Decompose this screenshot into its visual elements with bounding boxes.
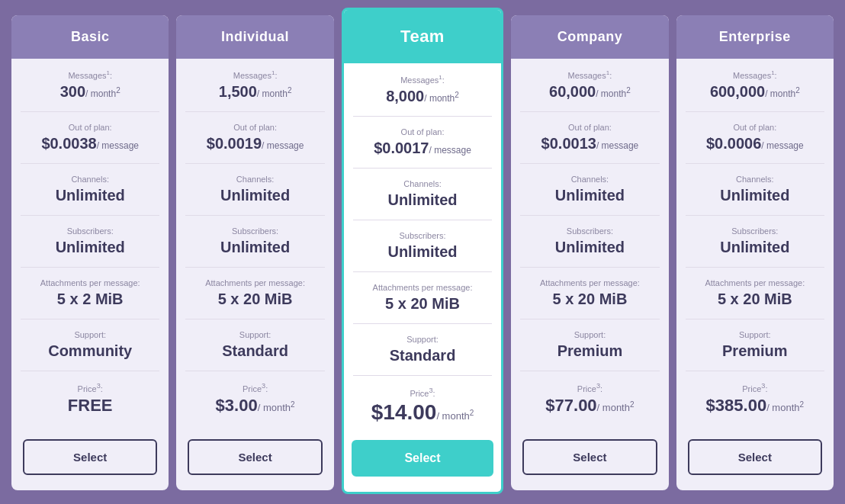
support-value-enterprise: Premium: [689, 342, 821, 360]
messages-value-company: 60,000/ month2: [524, 83, 655, 101]
select-button-team[interactable]: Select: [352, 440, 493, 477]
select-button-basic[interactable]: Select: [23, 439, 157, 475]
messages-label-company: Messages1:: [524, 69, 655, 80]
price-label-basic: Price3:: [24, 382, 156, 393]
outofplan-value-individual: $0.0019/ message: [189, 135, 320, 152]
price-section-team: Price3: $14.00/ month2: [353, 376, 492, 433]
channels-section-basic: Channels: Unlimited: [21, 164, 159, 216]
support-value-team: Standard: [357, 347, 488, 364]
plan-card-enterprise: Enterprise Messages1: 600,000/ month2 Ou…: [676, 15, 834, 490]
channels-section-team: Channels: Unlimited: [353, 169, 492, 220]
subscribers-label-individual: Subscribers:: [189, 226, 320, 236]
channels-section-individual: Channels: Unlimited: [185, 164, 324, 216]
outofplan-label-basic: Out of plan:: [24, 123, 156, 132]
subscribers-section-basic: Subscribers: Unlimited: [21, 216, 159, 268]
price-section-individual: Price3: $3.00/ month2: [185, 371, 324, 424]
subscribers-label-enterprise: Subscribers:: [689, 226, 821, 236]
outofplan-value-basic: $0.0038/ message: [24, 135, 156, 152]
outofplan-label-company: Out of plan:: [524, 123, 655, 132]
plan-body-company: Messages1: 60,000/ month2 Out of plan: $…: [511, 59, 668, 432]
channels-value-team: Unlimited: [357, 191, 488, 209]
plan-header-enterprise: Enterprise: [676, 15, 834, 59]
subscribers-value-team: Unlimited: [357, 243, 488, 261]
attachments-section-enterprise: Attachments per message: 5 x 20 MiB: [686, 268, 824, 319]
subscribers-label-team: Subscribers:: [357, 231, 488, 240]
attachments-value-company: 5 x 20 MiB: [524, 291, 655, 308]
price-value-individual: $3.00/ month2: [189, 396, 320, 416]
plan-body-team: Messages1: 8,000/ month2 Out of plan: $0…: [344, 63, 501, 432]
outofplan-label-individual: Out of plan:: [189, 123, 320, 132]
plan-body-basic: Messages1: 300/ month2 Out of plan: $0.0…: [11, 59, 169, 432]
support-label-individual: Support:: [189, 330, 320, 339]
subscribers-value-individual: Unlimited: [189, 239, 320, 256]
messages-section-individual: Messages1: 1,500/ month2: [185, 59, 324, 112]
select-button-individual[interactable]: Select: [188, 439, 322, 475]
subscribers-value-basic: Unlimited: [24, 239, 156, 256]
select-button-company[interactable]: Select: [522, 439, 657, 475]
support-section-team: Support: Standard: [353, 324, 492, 376]
support-section-basic: Support: Community: [21, 319, 159, 371]
attachments-label-enterprise: Attachments per message:: [689, 278, 821, 287]
channels-label-enterprise: Channels:: [689, 175, 821, 184]
channels-value-enterprise: Unlimited: [689, 187, 821, 204]
subscribers-section-enterprise: Subscribers: Unlimited: [686, 216, 824, 268]
plan-header-team: Team: [344, 10, 501, 63]
subscribers-section-company: Subscribers: Unlimited: [520, 216, 659, 268]
support-label-company: Support:: [524, 330, 655, 339]
messages-value-individual: 1,500/ month2: [189, 83, 320, 101]
outofplan-label-team: Out of plan:: [357, 127, 488, 136]
attachments-label-individual: Attachments per message:: [189, 278, 320, 287]
price-label-team: Price3:: [357, 387, 488, 398]
price-value-basic: FREE: [24, 396, 156, 416]
price-label-company: Price3:: [524, 382, 655, 393]
subscribers-section-team: Subscribers: Unlimited: [353, 220, 492, 272]
messages-value-team: 8,000/ month2: [357, 88, 488, 105]
subscribers-label-company: Subscribers:: [524, 226, 655, 236]
plan-body-individual: Messages1: 1,500/ month2 Out of plan: $0…: [176, 59, 333, 432]
messages-section-team: Messages1: 8,000/ month2: [353, 63, 492, 117]
price-section-enterprise: Price3: $385.00/ month2: [686, 371, 824, 424]
support-label-team: Support:: [357, 335, 488, 344]
support-label-enterprise: Support:: [689, 330, 821, 339]
channels-value-company: Unlimited: [524, 187, 655, 204]
messages-section-basic: Messages1: 300/ month2: [21, 59, 159, 112]
price-value-company: $77.00/ month2: [524, 396, 655, 416]
attachments-section-company: Attachments per message: 5 x 20 MiB: [520, 268, 659, 319]
plan-header-company: Company: [511, 15, 668, 59]
outofplan-label-enterprise: Out of plan:: [689, 123, 821, 132]
attachments-value-individual: 5 x 20 MiB: [189, 291, 320, 308]
messages-label-individual: Messages1:: [189, 69, 320, 80]
messages-section-enterprise: Messages1: 600,000/ month2: [686, 59, 824, 112]
subscribers-value-company: Unlimited: [524, 239, 655, 256]
plan-header-individual: Individual: [176, 15, 333, 59]
attachments-value-team: 5 x 20 MiB: [357, 295, 488, 313]
plan-card-team: Team Messages1: 8,000/ month2 Out of pla…: [342, 8, 503, 494]
attachments-label-company: Attachments per message:: [524, 278, 655, 287]
channels-label-team: Channels:: [357, 179, 488, 188]
outofplan-section-team: Out of plan: $0.0017/ message: [353, 117, 492, 169]
price-label-individual: Price3:: [189, 382, 320, 393]
price-section-basic: Price3: FREE: [21, 371, 159, 424]
attachments-section-team: Attachments per message: 5 x 20 MiB: [353, 272, 492, 324]
attachments-section-individual: Attachments per message: 5 x 20 MiB: [185, 268, 324, 319]
subscribers-label-basic: Subscribers:: [24, 226, 156, 236]
support-value-company: Premium: [524, 342, 655, 360]
plan-body-enterprise: Messages1: 600,000/ month2 Out of plan: …: [676, 59, 834, 432]
outofplan-section-company: Out of plan: $0.0013/ message: [520, 112, 659, 164]
support-value-individual: Standard: [189, 342, 320, 360]
messages-value-basic: 300/ month2: [24, 83, 156, 101]
attachments-value-basic: 5 x 2 MiB: [24, 291, 156, 308]
attachments-label-basic: Attachments per message:: [24, 278, 156, 287]
channels-value-individual: Unlimited: [189, 187, 320, 204]
outofplan-section-individual: Out of plan: $0.0019/ message: [185, 112, 324, 164]
plans-container: Basic Messages1: 300/ month2 Out of plan…: [8, 15, 837, 490]
outofplan-value-team: $0.0017/ message: [357, 140, 488, 157]
select-button-enterprise[interactable]: Select: [688, 439, 822, 475]
price-section-company: Price3: $77.00/ month2: [520, 371, 659, 424]
price-value-team: $14.00/ month2: [357, 400, 488, 425]
outofplan-section-enterprise: Out of plan: $0.0006/ message: [686, 112, 824, 164]
outofplan-section-basic: Out of plan: $0.0038/ message: [21, 112, 159, 164]
support-section-enterprise: Support: Premium: [686, 319, 824, 371]
messages-label-basic: Messages1:: [24, 69, 156, 80]
price-value-enterprise: $385.00/ month2: [689, 396, 821, 416]
